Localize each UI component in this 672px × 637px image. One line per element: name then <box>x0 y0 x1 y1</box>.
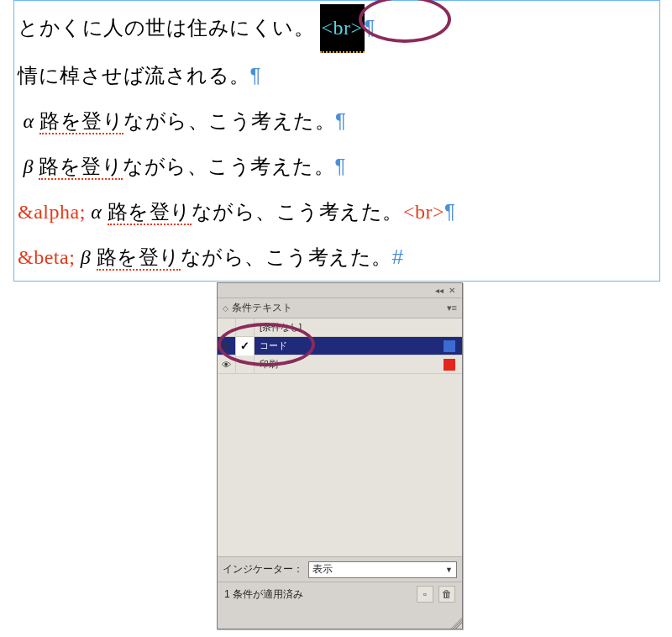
indicator-dropdown[interactable]: 表示 ▼ <box>308 561 457 578</box>
line-text: 情に棹させば流される。 <box>18 65 250 87</box>
eye-column-spacer <box>218 318 236 337</box>
line-text: ながら、こう考えた。 <box>181 246 392 268</box>
condition-row-code[interactable]: 👁 ✓ コード <box>218 337 462 355</box>
conditions-list: [条件なし] 👁 ✓ コード 👁 印刷 <box>218 318 462 374</box>
br-tag-text: <br> <box>403 201 444 223</box>
greek-letter: α <box>91 201 102 223</box>
condition-row-print[interactable]: 👁 印刷 <box>218 355 462 374</box>
br-tag-highlight: <br> <box>320 4 365 53</box>
pilcrow-icon: ¶ <box>250 64 261 87</box>
applied-check-icon[interactable]: ✓ <box>236 337 255 355</box>
text-line-3: α 路を登りながら、こう考えた。¶ <box>18 98 659 144</box>
pilcrow-icon: ¶ <box>334 155 345 177</box>
indicator-label: インジケーター： <box>223 562 303 576</box>
entity-text: &beta; <box>18 246 75 268</box>
hash-icon: # <box>392 245 404 268</box>
condition-label: 印刷 <box>255 358 444 371</box>
condition-row-none[interactable]: [条件なし] <box>218 318 462 337</box>
pilcrow-icon: ¶ <box>365 16 375 39</box>
chevron-down-icon: ▼ <box>445 566 453 574</box>
pilcrow-icon: ¶ <box>444 200 455 223</box>
squiggle-text: 路を登り <box>97 246 181 271</box>
text-line-6: &beta; β 路を登りながら、こう考えた。# <box>18 234 659 280</box>
squiggle-text: 路を登り <box>39 155 123 180</box>
line-text: ながら、こう考えた。 <box>192 201 403 223</box>
text-line-1: とかくに人の世は住みにくい。 <br>¶ <box>18 4 659 53</box>
panel-title: 条件テキスト <box>232 301 292 315</box>
indicator-row: インジケーター： 表示 ▼ <box>218 557 462 582</box>
new-condition-icon[interactable]: ▫ <box>417 586 433 603</box>
entity-text: &alpha; <box>18 201 86 223</box>
indicator-value: 表示 <box>312 562 333 576</box>
resize-grip-icon[interactable] <box>450 617 462 629</box>
line-text: ながら、こう考えた。 <box>123 155 334 177</box>
check-column-spacer <box>236 318 255 337</box>
line-text: とかくに人の世は住みにくい。 <box>18 17 314 39</box>
pilcrow-icon: ¶ <box>335 109 346 132</box>
collapse-icon[interactable]: ◂◂ <box>435 286 444 295</box>
close-icon[interactable]: ✕ <box>449 286 455 295</box>
delete-condition-icon[interactable]: 🗑 <box>438 586 455 603</box>
greek-letter: α <box>24 110 34 132</box>
status-text: 1 条件が適用済み <box>224 587 303 602</box>
condition-label: [条件なし] <box>255 321 462 334</box>
status-row: 1 条件が適用済み ▫ 🗑 <box>218 582 462 606</box>
color-swatch <box>444 340 455 352</box>
conditions-empty-area <box>218 374 462 557</box>
text-line-5: &alpha; α 路を登りながら、こう考えた。<br>¶ <box>18 189 659 234</box>
text-line-2: 情に棹させば流される。¶ <box>18 53 659 98</box>
squiggle-text: 路を登り <box>39 110 123 134</box>
check-column-spacer <box>236 355 255 374</box>
visibility-eye-icon[interactable]: 👁 <box>218 355 236 374</box>
greek-letter: β <box>24 155 34 177</box>
squiggle-text: 路を登り <box>108 201 192 225</box>
text-frame[interactable]: とかくに人の世は住みにくい。 <br>¶ 情に棹させば流される。¶ α 路を登り… <box>13 0 660 282</box>
color-swatch <box>444 359 455 371</box>
panel-menu-icon[interactable]: ▾≡ <box>447 303 457 313</box>
panel-titlebar: ◂◂ ✕ <box>218 283 462 298</box>
panel-tab[interactable]: ◇ 条件テキスト ▾≡ <box>218 298 462 318</box>
visibility-eye-icon[interactable]: 👁 <box>218 337 236 355</box>
tab-arrows-icon: ◇ <box>223 304 228 313</box>
line-text: ながら、こう考えた。 <box>123 110 335 132</box>
greek-letter: β <box>81 246 91 268</box>
conditional-text-panel: ◂◂ ✕ ◇ 条件テキスト ▾≡ [条件なし] 👁 ✓ コード 👁 印刷 インジ… <box>217 282 463 629</box>
condition-label: コード <box>255 340 444 352</box>
text-line-4: β 路を登りながら、こう考えた。¶ <box>18 144 659 189</box>
